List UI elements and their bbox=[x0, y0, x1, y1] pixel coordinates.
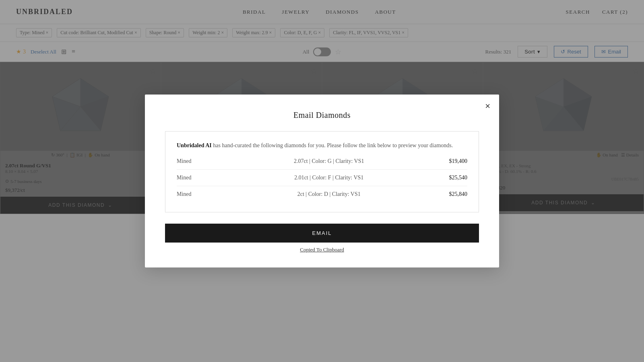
diamond-1-type: Mined bbox=[177, 175, 209, 181]
modal-title: Email Diamonds bbox=[165, 111, 479, 120]
modal-close-button[interactable]: × bbox=[485, 102, 490, 111]
diamond-1-details: 2.01ct | Color: F | Clarity: VS1 bbox=[209, 175, 449, 181]
diamond-2-details: 2ct | Color: D | Clarity: VS1 bbox=[209, 191, 449, 197]
diamond-row-2: Mined 2ct | Color: D | Clarity: VS1 $25,… bbox=[177, 186, 467, 202]
diamond-0-price: $19,400 bbox=[449, 158, 468, 165]
modal-overlay: × Email Diamonds Unbridaled AI has hand-… bbox=[0, 0, 644, 362]
diamond-2-price: $25,840 bbox=[449, 191, 468, 197]
send-email-button[interactable]: EMAIL bbox=[165, 224, 479, 243]
brand-name: Unbridaled AI bbox=[177, 142, 212, 148]
intro-text-body: has hand-curated the following diamonds … bbox=[212, 142, 453, 148]
copied-to-clipboard-label[interactable]: Copied To Clipboard bbox=[165, 247, 479, 253]
diamond-0-details: 2.07ct | Color: G | Clarity: VS1 bbox=[209, 158, 449, 165]
email-modal: × Email Diamonds Unbridaled AI has hand-… bbox=[145, 95, 499, 267]
diamond-1-price: $25,540 bbox=[449, 175, 468, 181]
diamond-2-type: Mined bbox=[177, 191, 209, 197]
diamond-row-0: Mined 2.07ct | Color: G | Clarity: VS1 $… bbox=[177, 158, 467, 169]
intro-text: Unbridaled AI has hand-curated the follo… bbox=[177, 141, 467, 150]
diamond-list-box: Unbridaled AI has hand-curated the follo… bbox=[165, 131, 479, 212]
diamond-row-1: Mined 2.01ct | Color: F | Clarity: VS1 $… bbox=[177, 169, 467, 186]
diamond-0-type: Mined bbox=[177, 158, 209, 165]
